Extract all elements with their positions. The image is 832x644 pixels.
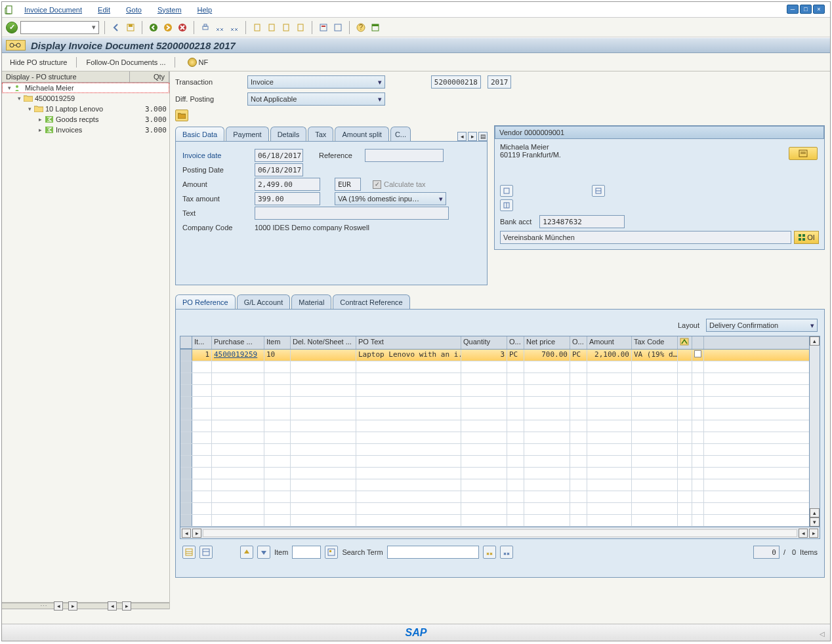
- shortcut-icon[interactable]: [332, 22, 344, 33]
- grid-cell-po-link[interactable]: 4500019259: [212, 350, 264, 361]
- find-icon[interactable]: [214, 22, 226, 33]
- layout-select[interactable]: Delivery Confirmation▾: [706, 319, 818, 332]
- back-icon[interactable]: [110, 22, 122, 33]
- svg-point-3: [150, 24, 157, 31]
- tab-gl-account[interactable]: G/L Account: [237, 294, 291, 309]
- grid-header-purchase-order[interactable]: Purchase ...: [212, 336, 264, 349]
- tree-row[interactable]: ▾4500019259: [2, 93, 169, 104]
- svg-rect-38: [186, 549, 192, 555]
- grid-cell-tax-code[interactable]: VA (19% d… ▾: [632, 350, 678, 361]
- tree-expand-icon[interactable]: ▸: [36, 116, 44, 123]
- tree-expand-icon[interactable]: ▾: [5, 85, 13, 91]
- tax-code-select[interactable]: VA (19% domestic inpu…▾: [335, 192, 446, 205]
- window-maximize-icon[interactable]: □: [800, 5, 812, 14]
- hide-po-structure-button[interactable]: Hide PO structure: [10, 58, 67, 66]
- vendor-address-button[interactable]: [789, 147, 818, 160]
- grid-header-settings-icon[interactable]: [678, 336, 692, 349]
- find-next-button[interactable]: [500, 546, 513, 559]
- grid-header-net-price[interactable]: Net price: [524, 336, 570, 349]
- grid-horizontal-scrollbar[interactable]: ◂▸◂▸: [180, 527, 820, 538]
- menu-help[interactable]: Help: [191, 6, 219, 14]
- display-mode-icon[interactable]: [6, 40, 26, 50]
- tab-contacts-truncated[interactable]: C...: [390, 127, 411, 141]
- tabstrip-scroll-left-icon[interactable]: ◂: [457, 132, 467, 141]
- tree-row[interactable]: ▾10 Laptop Lenovo3.000: [2, 104, 169, 114]
- grid-header-item[interactable]: Item: [264, 336, 291, 349]
- sort-desc-button[interactable]: [257, 546, 270, 559]
- invoice-date-label[interactable]: Invoice date: [182, 151, 255, 159]
- tab-basic-data[interactable]: Basic Data: [175, 127, 224, 141]
- vendor-detail-button-2[interactable]: [592, 185, 605, 197]
- tab-details[interactable]: Details: [270, 127, 307, 141]
- menu-goto[interactable]: Goto: [119, 6, 148, 14]
- nav-back-icon[interactable]: [148, 22, 159, 33]
- next-page-icon[interactable]: [280, 22, 292, 33]
- tab-tax[interactable]: Tax: [308, 127, 333, 141]
- follow-on-documents-button[interactable]: Follow-On Documents ...: [86, 58, 165, 66]
- tree-row[interactable]: ▸Goods recpts3.000: [2, 114, 169, 125]
- find-button[interactable]: [483, 546, 496, 559]
- vendor-detail-button-1[interactable]: [500, 185, 513, 197]
- transaction-select[interactable]: Invoice▾: [247, 75, 385, 89]
- header-toggle-button[interactable]: [175, 110, 188, 121]
- tab-contract-reference[interactable]: Contract Reference: [333, 294, 409, 309]
- grid-row-selector[interactable]: [180, 350, 192, 361]
- menu-system[interactable]: System: [151, 6, 188, 14]
- menu-invoice-document[interactable]: Invoice Document: [18, 6, 89, 14]
- open-items-button[interactable]: OI: [794, 231, 819, 244]
- menu-edit[interactable]: Edit: [91, 6, 117, 14]
- tab-po-reference[interactable]: PO Reference: [175, 294, 236, 309]
- grid-header-order-unit[interactable]: O...: [507, 336, 524, 349]
- tree-row[interactable]: ▸Invoices3.000: [2, 125, 169, 135]
- status-bar-menu-icon[interactable]: ◁: [820, 630, 825, 637]
- grid-header-item-no[interactable]: It...: [192, 336, 212, 349]
- tab-amount-split[interactable]: Amount split: [335, 127, 389, 141]
- prev-page-icon[interactable]: [266, 22, 278, 33]
- tree-expand-icon[interactable]: ▸: [36, 127, 44, 133]
- window-minimize-icon[interactable]: ─: [787, 5, 799, 14]
- command-field[interactable]: ▾: [20, 21, 99, 34]
- tabstrip-list-icon[interactable]: ▤: [478, 132, 488, 141]
- tree-expand-icon[interactable]: ▾: [26, 106, 33, 112]
- nav-cancel-icon[interactable]: [177, 22, 188, 33]
- nf-button[interactable]: NF: [184, 56, 211, 68]
- help-icon[interactable]: ?: [355, 22, 367, 33]
- po-structure-tree[interactable]: ▾Michaela Meier▾4500019259▾10 Laptop Len…: [2, 83, 169, 603]
- calculate-tax-label: Calculate tax: [384, 180, 426, 188]
- grid-header-tax-code[interactable]: Tax Code: [632, 336, 678, 349]
- diff-posting-select[interactable]: Not Applicable▾: [247, 92, 385, 106]
- new-session-icon[interactable]: [318, 22, 329, 33]
- tree-expand-icon[interactable]: ▾: [15, 95, 23, 102]
- grid-header-quantity[interactable]: Quantity: [461, 336, 507, 349]
- grid-header-price-unit[interactable]: O...: [570, 336, 587, 349]
- grid-header-delivery-note[interactable]: Del. Note/Sheet ...: [291, 336, 356, 349]
- select-all-button[interactable]: [182, 546, 196, 559]
- tab-payment[interactable]: Payment: [226, 127, 268, 141]
- window-close-icon[interactable]: ×: [813, 5, 825, 14]
- item-grid[interactable]: It... Purchase ... Item Del. Note/Sheet …: [180, 336, 820, 539]
- item-number-input[interactable]: [292, 546, 321, 559]
- last-page-icon[interactable]: [295, 22, 306, 33]
- text-label: Text: [182, 209, 255, 217]
- search-term-input[interactable]: [387, 546, 479, 559]
- sort-asc-button[interactable]: [240, 546, 253, 559]
- grid-header-amount[interactable]: Amount: [587, 336, 632, 349]
- vendor-detail-button-3[interactable]: [500, 199, 513, 211]
- find-next-icon[interactable]: [228, 22, 240, 33]
- print-icon[interactable]: [199, 22, 211, 33]
- tree-row[interactable]: ▾Michaela Meier: [2, 83, 169, 93]
- grid-vertical-scrollbar[interactable]: ▴▴▾: [809, 336, 820, 527]
- save-icon[interactable]: [125, 22, 136, 33]
- first-page-icon[interactable]: [251, 22, 263, 33]
- grid-data-row[interactable]: 1450001925910Laptop Lenovo with an i...3…: [180, 350, 820, 361]
- enter-button[interactable]: ✓: [6, 22, 18, 33]
- nav-exit-icon[interactable]: [162, 22, 174, 33]
- tabstrip-scroll-right-icon[interactable]: ▸: [468, 132, 477, 141]
- tab-material[interactable]: Material: [291, 294, 331, 309]
- tree-splitter[interactable]: ⋯ ◂▸ ◂▸: [2, 603, 169, 609]
- customize-icon[interactable]: [369, 22, 381, 33]
- grid-header-po-text[interactable]: PO Text: [356, 336, 461, 349]
- item-search-help-icon[interactable]: [325, 546, 338, 559]
- tree-node-qty: 3.000: [134, 126, 167, 134]
- deselect-all-button[interactable]: [199, 546, 213, 559]
